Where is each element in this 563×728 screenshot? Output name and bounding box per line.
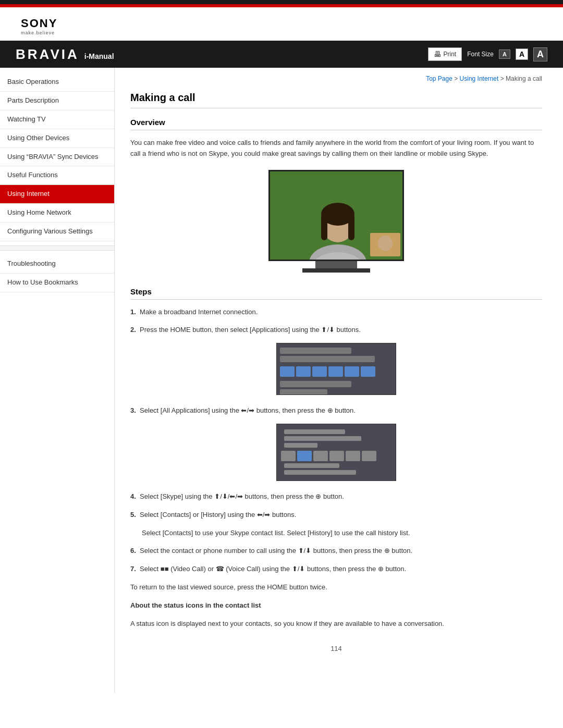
step-2: 2. Press the HOME button, then select [A…	[130, 325, 542, 395]
overview-text: You can make free video and voice calls …	[130, 138, 542, 159]
sidebar-item-parts-description[interactable]: Parts Description	[0, 92, 114, 110]
overview-title: Overview	[130, 118, 542, 130]
sidebar-item-using-bravia-sync[interactable]: Using “BRAVIA” Sync Devices	[0, 148, 114, 167]
tv-stand	[315, 261, 357, 268]
note-text: To return to the last viewed source, pre…	[130, 582, 542, 593]
about-title: About the status icons in the contact li…	[130, 600, 542, 611]
svg-rect-4	[348, 214, 354, 240]
page-number: 114	[130, 645, 542, 652]
steps-title: Steps	[130, 287, 542, 300]
step-4: 4. Select [Skype] using the ⬆/⬇/⬅/➡ butt…	[130, 491, 542, 502]
sony-tagline: make.believe	[21, 30, 542, 35]
screenshot1	[276, 343, 396, 395]
sidebar-item-configuring-settings[interactable]: Configuring Various Settings	[0, 223, 114, 241]
step-6: 6. Select the contact or phone number to…	[130, 546, 542, 557]
tv-screen	[268, 170, 404, 261]
step-1: 1. Make a broadband Internet connection.	[130, 307, 542, 318]
imanual-text: i-Manual	[84, 52, 114, 60]
page-title: Making a call	[130, 92, 542, 108]
sidebar-item-watching-tv[interactable]: Watching TV	[0, 110, 114, 129]
tv-base	[302, 268, 370, 273]
sidebar-divider	[0, 245, 114, 251]
step-5-sub: Select [Contacts] to use your Skype cont…	[142, 528, 542, 539]
header-right: 🖶 Print Font Size A A A	[428, 47, 547, 61]
about-title-label: About the status icons in the contact li…	[130, 601, 261, 609]
sony-logo: SONY	[21, 17, 542, 30]
print-icon: 🖶	[434, 50, 441, 58]
step-3: 3. Select [All Applications] using the ⬅…	[130, 405, 542, 481]
header-left: BRAVIA i-Manual	[16, 46, 114, 63]
top-bar	[0, 0, 563, 4]
font-size-label: Font Size	[467, 51, 494, 58]
main-content: Top Page > Using Internet > Making a cal…	[115, 68, 563, 693]
font-medium-button[interactable]: A	[516, 48, 528, 60]
breadcrumb-section[interactable]: Using Internet	[460, 75, 499, 82]
sidebar-item-bookmarks[interactable]: How to Use Bookmarks	[0, 274, 114, 292]
bravia-logo: BRAVIA	[16, 46, 79, 63]
tv-mockup	[268, 170, 404, 273]
svg-point-7	[378, 236, 393, 251]
screenshot2	[276, 424, 396, 481]
font-small-button[interactable]: A	[499, 50, 510, 59]
screenshot1-container	[130, 343, 542, 395]
sidebar-item-using-home-network[interactable]: Using Home Network	[0, 204, 114, 223]
header: BRAVIA i-Manual 🖶 Print Font Size A A A	[0, 41, 563, 68]
print-label: Print	[444, 51, 457, 58]
sidebar-item-useful-functions[interactable]: Useful Functions	[0, 166, 114, 185]
sidebar: Basic Operations Parts Description Watch…	[0, 68, 115, 693]
breadcrumb-top[interactable]: Top Page	[426, 75, 452, 82]
font-large-button[interactable]: A	[533, 47, 547, 61]
breadcrumb-sep2: >	[500, 75, 506, 82]
step-5: 5. Select [Contacts] or [History] using …	[130, 510, 542, 521]
sidebar-item-basic-operations[interactable]: Basic Operations	[0, 73, 114, 92]
logo-area: SONY make.believe	[0, 7, 563, 41]
steps-list: 1. Make a broadband Internet connection.…	[130, 307, 542, 575]
print-button[interactable]: 🖶 Print	[428, 47, 462, 61]
breadcrumb: Top Page > Using Internet > Making a cal…	[130, 73, 542, 82]
svg-rect-3	[321, 214, 327, 240]
step-7: 7. Select ■■ (Video Call) or ☎ (Voice Ca…	[130, 564, 542, 575]
layout: Basic Operations Parts Description Watch…	[0, 68, 563, 693]
tv-illustration-container	[130, 170, 542, 273]
sidebar-group-main: Basic Operations Parts Description Watch…	[0, 73, 114, 241]
tv-illustration-svg	[270, 171, 404, 261]
about-text: A status icon is displayed next to your …	[130, 619, 542, 630]
breadcrumb-sep1: >	[454, 75, 459, 82]
sidebar-item-using-other-devices[interactable]: Using Other Devices	[0, 129, 114, 148]
screenshot2-container	[130, 424, 542, 481]
sidebar-item-troubleshooting[interactable]: Troubleshooting	[0, 255, 114, 274]
sidebar-group-secondary: Troubleshooting How to Use Bookmarks	[0, 255, 114, 292]
breadcrumb-current: Making a call	[506, 75, 542, 82]
sidebar-item-using-internet[interactable]: Using Internet	[0, 185, 114, 204]
